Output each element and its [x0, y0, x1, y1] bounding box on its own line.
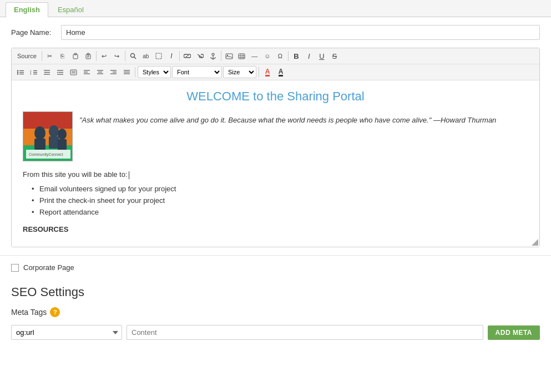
separator: [125, 51, 125, 61]
svg-point-21: [17, 73, 18, 74]
select-all-button[interactable]: [153, 50, 165, 62]
svg-point-10: [212, 53, 214, 55]
editor-container: Source ✂ ⎘ ↩ ↪ ab: [11, 48, 540, 247]
content-area: Page Name: Source ✂ ⎘ ↩ ↪: [0, 17, 551, 255]
special-chars-button[interactable]: Ω: [274, 50, 286, 62]
align-center-button[interactable]: [94, 66, 106, 78]
add-meta-button[interactable]: ADD META: [488, 325, 540, 340]
editor-from-text: From this site you will be able to:: [23, 170, 528, 179]
unlink-button[interactable]: [194, 50, 206, 62]
editor-list: Email volunteers signed up for your proj…: [23, 185, 528, 216]
editor-title: WELCOME to the Sharing Portal: [23, 89, 528, 104]
meta-tags-help-icon[interactable]: ?: [50, 307, 60, 317]
list-item: Print the check-in sheet for your projec…: [32, 196, 528, 205]
list-item: Email volunteers signed up for your proj…: [32, 185, 528, 193]
tab-english[interactable]: English: [6, 2, 48, 17]
separator: [96, 51, 97, 61]
table-button[interactable]: [236, 50, 248, 62]
replace-button[interactable]: ab: [140, 50, 152, 62]
list-unordered-button[interactable]: [14, 66, 26, 78]
seo-title: SEO Settings: [11, 285, 540, 299]
smiley-button[interactable]: ☺: [261, 50, 274, 62]
svg-point-20: [17, 72, 18, 73]
anchor-button[interactable]: [207, 50, 219, 62]
redo-button[interactable]: ↪: [111, 50, 123, 62]
meta-content-input[interactable]: [127, 325, 483, 340]
find-button[interactable]: [127, 50, 139, 62]
image-button[interactable]: [223, 50, 235, 62]
justify-button[interactable]: [120, 66, 133, 78]
svg-point-6: [130, 54, 134, 58]
editor-body[interactable]: WELCOME to the Sharing Portal: [12, 80, 539, 247]
tab-espanol[interactable]: Español: [49, 2, 92, 17]
bold-button[interactable]: B: [290, 50, 302, 62]
svg-rect-37: [70, 70, 77, 75]
editor-image: CommunityConnect: [23, 111, 73, 161]
meta-tags-label: Meta Tags: [11, 308, 47, 317]
text-cursor: [129, 171, 129, 179]
undo-button[interactable]: ↩: [98, 50, 110, 62]
corporate-page-row: Corporate Page: [0, 255, 551, 279]
editor-image-quote: CommunityConnect "Ask what makes you com…: [23, 111, 528, 161]
align-right-button[interactable]: [107, 66, 119, 78]
cut-button[interactable]: ✂: [44, 50, 56, 62]
toolbar-row2: 1.2.3.: [12, 64, 539, 80]
corporate-page-checkbox[interactable]: [11, 264, 19, 272]
outdent-button[interactable]: [41, 66, 53, 78]
hr-button[interactable]: —: [249, 50, 261, 62]
size-select[interactable]: Size: [223, 66, 256, 78]
editor-resize-handle[interactable]: [532, 239, 538, 246]
editor-quote: "Ask what makes you come alive and go do…: [79, 111, 496, 126]
list-item: Report attendance: [32, 208, 528, 216]
paste-text-button[interactable]: [82, 50, 94, 62]
copy-button[interactable]: ⎘: [57, 50, 69, 62]
seo-section: SEO Settings Meta Tags ? og:url ADD META: [0, 279, 551, 351]
separator: [42, 51, 42, 61]
corporate-page-label: Corporate Page: [23, 263, 74, 272]
language-tabs: English Español: [0, 0, 551, 17]
meta-type-select[interactable]: og:url: [11, 325, 122, 340]
svg-text:3.: 3.: [30, 73, 32, 75]
svg-rect-60: [58, 139, 67, 150]
meta-input-row: og:url ADD META: [11, 325, 540, 345]
source-button[interactable]: Source: [14, 50, 40, 62]
page-name-row: Page Name:: [11, 25, 540, 40]
svg-rect-14: [239, 54, 245, 59]
blockquote-button[interactable]: [67, 66, 79, 78]
editor-resources-heading: RESOURCES: [23, 225, 528, 233]
separator: [135, 67, 135, 77]
separator: [179, 51, 180, 61]
list-ordered-button[interactable]: 1.2.3.: [27, 66, 39, 78]
bg-color-button[interactable]: A: [275, 66, 287, 78]
separator: [259, 67, 259, 77]
svg-point-19: [17, 70, 18, 71]
page-name-label: Page Name:: [11, 28, 55, 37]
strikethrough-button[interactable]: S: [328, 50, 341, 62]
link-button[interactable]: [181, 50, 194, 62]
indent-button[interactable]: [54, 66, 66, 78]
svg-point-57: [58, 129, 67, 140]
page-container: English Español Page Name: Source ✂ ⎘: [0, 0, 551, 392]
separator: [288, 51, 289, 61]
underline-button[interactable]: U: [316, 50, 328, 62]
svg-point-55: [34, 126, 46, 140]
svg-rect-8: [156, 53, 161, 59]
meta-tags-row: Meta Tags ?: [11, 307, 540, 317]
paste-button[interactable]: [69, 50, 82, 62]
styles-select[interactable]: Styles: [138, 66, 171, 78]
font-select[interactable]: Font: [172, 66, 222, 78]
italic-toolbar-button[interactable]: I: [165, 50, 178, 62]
page-name-input[interactable]: [61, 25, 540, 40]
font-color-button[interactable]: A: [261, 66, 274, 78]
svg-rect-59: [49, 136, 59, 149]
italic-button[interactable]: I: [303, 50, 315, 62]
separator: [221, 51, 221, 61]
svg-point-56: [49, 125, 59, 138]
svg-rect-58: [34, 139, 46, 150]
toolbar-row1: Source ✂ ⎘ ↩ ↪ ab: [12, 48, 539, 64]
svg-text:CommunityConnect: CommunityConnect: [29, 152, 63, 157]
align-left-button[interactable]: [80, 66, 93, 78]
svg-line-7: [134, 57, 136, 59]
